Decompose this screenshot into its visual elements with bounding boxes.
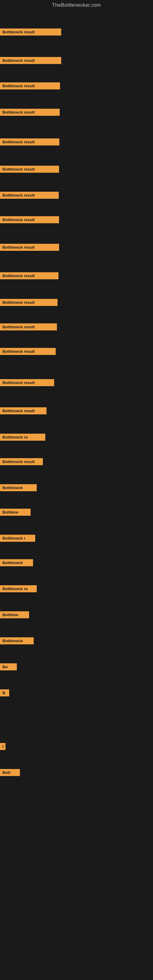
list-item: Bottleneck: [0, 559, 33, 568]
bottleneck-result-label: Bottleneck result: [0, 379, 54, 386]
bottleneck-result-label: Bottlene: [0, 509, 30, 516]
list-item: Bott: [0, 769, 20, 777]
bottleneck-result-label: B: [0, 689, 9, 697]
bottleneck-result-label: Bottleneck r: [0, 535, 35, 542]
bottleneck-result-label: Bottleneck result: [0, 348, 56, 355]
list-item: Bottleneck result: [0, 83, 60, 91]
list-item: Bottleneck re: [0, 585, 37, 593]
list-item: Bottleneck result: [0, 109, 60, 117]
bottleneck-result-label: Bottleneck result: [0, 29, 61, 35]
list-item: Bottleneck result: [0, 407, 46, 415]
list-item: Bottleneck result: [0, 348, 56, 356]
bottleneck-result-label: Bottleneck result: [0, 458, 43, 465]
list-item: Bottlene: [0, 509, 30, 517]
bottleneck-result-label: Bottleneck result: [0, 407, 46, 414]
bottleneck-result-label: Bottleneck: [0, 559, 33, 566]
list-item: Bottleneck result: [0, 299, 57, 307]
bottleneck-result-label: Bottleneck result: [0, 272, 59, 279]
list-item: Bottleneck result: [0, 458, 43, 466]
bottleneck-result-label: Bottleneck result: [0, 192, 59, 199]
bottleneck-result-label: Bott: [0, 769, 20, 776]
list-item: I: [0, 743, 5, 751]
list-item: Bo: [0, 663, 17, 671]
list-item: Bottlene: [0, 611, 29, 620]
bottleneck-result-label: Bottleneck result: [0, 244, 59, 251]
bottleneck-result-label: Bottleneck result: [0, 216, 59, 223]
list-item: Bottleneck result: [0, 166, 59, 174]
list-item: Bottleneck result: [0, 323, 57, 332]
bottleneck-result-label: Bottleneck result: [0, 83, 60, 89]
bottleneck-result-label: Bottleneck result: [0, 299, 57, 306]
bottleneck-result-label: Bottleneck re: [0, 434, 45, 441]
bottleneck-result-label: Bottleneck result: [0, 166, 59, 173]
bottleneck-result-label: Bottlene: [0, 611, 29, 618]
site-title: TheBottlenecker.com: [0, 0, 153, 11]
list-item: Bottleneck result: [0, 57, 61, 65]
list-item: Bottleneck result: [0, 138, 59, 147]
bottleneck-result-label: Bottleneck result: [0, 109, 60, 116]
list-item: B: [0, 689, 9, 698]
list-item: Bottleneck r: [0, 535, 35, 543]
bottleneck-result-label: I: [0, 743, 5, 750]
bottleneck-result-label: Bottleneck result: [0, 138, 59, 145]
bottleneck-result-label: Bottleneck: [0, 637, 33, 644]
bottleneck-result-label: Bottleneck re: [0, 585, 37, 592]
list-item: Bottleneck result: [0, 192, 59, 200]
list-item: Bottleneck result: [0, 216, 59, 224]
bottleneck-result-label: Bo: [0, 663, 17, 670]
list-item: Bottleneck re: [0, 434, 45, 442]
bottleneck-result-label: Bottleneck: [0, 484, 37, 491]
list-item: Bottleneck: [0, 637, 33, 646]
list-item: Bottleneck result: [0, 272, 59, 280]
list-item: Bottleneck result: [0, 379, 54, 387]
bottleneck-result-label: Bottleneck result: [0, 57, 61, 64]
list-item: Bottleneck result: [0, 244, 59, 252]
list-item: Bottleneck: [0, 484, 37, 492]
list-item: Bottleneck result: [0, 29, 61, 37]
bottleneck-result-label: Bottleneck result: [0, 323, 57, 331]
